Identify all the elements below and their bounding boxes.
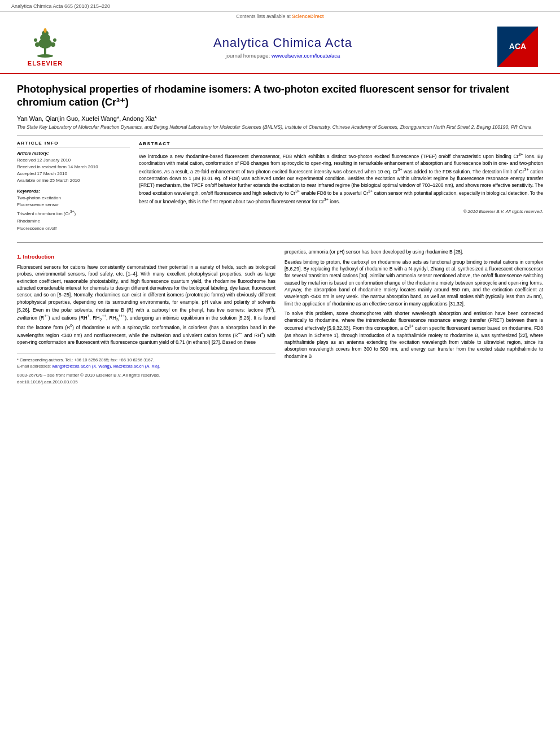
abstract-text: We introduce a new rhodamine-based fluor…: [139, 152, 543, 205]
abstract-column: ABSTRACT We introduce a new rhodamine-ba…: [139, 141, 543, 237]
svg-point-7: [51, 42, 55, 47]
journal-name: Analytica Chimica Acta: [213, 36, 352, 50]
sciencedirect-link[interactable]: ScienceDirect: [292, 14, 323, 19]
divider-1: [17, 136, 543, 136]
sciencedirect-banner: Contents lists available at ScienceDirec…: [0, 12, 560, 21]
body-para-3: Besides binding to proton, the carboxyl …: [285, 259, 543, 307]
history-label: Article history:: [17, 151, 130, 156]
journal-title-center: Analytica Chimica Acta journal homepage:…: [73, 27, 492, 67]
section1-heading: 1. Introduction: [17, 253, 275, 261]
journal-homepage: journal homepage: www.elsevier.com/locat…: [226, 53, 340, 59]
body-para-2: properties, ammonia (or pH) sensor has b…: [285, 248, 543, 255]
keyword-2: Fluorescence sensor: [17, 202, 130, 209]
accepted-date: Accepted 17 March 2010: [17, 171, 130, 177]
received-date: Received 12 January 2010: [17, 157, 130, 164]
article-info-section-label: ARTICLE INFO: [17, 141, 130, 147]
divider-2: [17, 242, 543, 243]
keyword-5: Fluorescence on/off: [17, 225, 130, 233]
aca-logo-box: ACA: [497, 27, 538, 67]
elsevier-tree-icon: [28, 28, 62, 59]
article-title: Photophysical properties of rhodamine is…: [17, 83, 543, 110]
journal-masthead: ELSEVIER Analytica Chimica Acta journal …: [0, 21, 560, 74]
svg-point-8: [34, 38, 37, 42]
keywords-list: Two-photon excitation Fluorescence senso…: [17, 195, 130, 233]
footnote-email: E-mail addresses: wangxf@iccas.ac.cn (X.…: [17, 364, 275, 370]
journal-homepage-link[interactable]: www.elsevier.com/locate/aca: [272, 53, 340, 59]
body-col-right: properties, ammonia (or pH) sensor has b…: [285, 248, 543, 386]
authors-text: Yan Wan, Qianjin Guo, Xuefei Wang*, Ando…: [17, 115, 157, 122]
body-two-col: 1. Introduction Fluorescent sensors for …: [17, 248, 543, 386]
svg-point-1: [37, 54, 53, 58]
elsevier-logo: ELSEVIER: [17, 27, 73, 67]
body-col-left: 1. Introduction Fluorescent sensors for …: [17, 248, 275, 386]
aca-logo-text: ACA: [509, 42, 526, 51]
available-date: Available online 25 March 2010: [17, 177, 130, 184]
elsevier-label: ELSEVIER: [28, 60, 63, 67]
article-info-abstract-section: ARTICLE INFO Article history: Received 1…: [17, 141, 543, 237]
body-para-4: To solve this problem, some chromophores…: [285, 310, 543, 360]
authors: Yan Wan, Qianjin Guo, Xuefei Wang*, Ando…: [17, 115, 543, 122]
copyright-line: © 2010 Elsevier B.V. All rights reserved…: [139, 208, 543, 215]
footer-issn: 0003-2670/$ – see front matter © 2010 El…: [17, 372, 275, 386]
svg-point-9: [53, 38, 56, 42]
keyword-1: Two-photon excitation: [17, 195, 130, 202]
page-wrapper: Analytica Chimica Acta 665 (2010) 215–22…: [0, 0, 560, 397]
svg-point-5: [44, 28, 47, 33]
footer-area: * Corresponding authors. Tel.: +86 10 62…: [17, 353, 275, 386]
article-history-block: Article history: Received 12 January 201…: [17, 151, 130, 184]
journal-logo-right: ACA: [492, 27, 543, 67]
received-revised-date: Received in revised form 14 March 2010: [17, 164, 130, 171]
keyword-4: Rhodamine: [17, 218, 130, 225]
journal-citation: Analytica Chimica Acta 665 (2010) 215–22…: [11, 3, 110, 9]
keywords-label: Keywords:: [17, 189, 130, 194]
article-info-column: ARTICLE INFO Article history: Received 1…: [17, 141, 130, 237]
keywords-block: Keywords: Two-photon excitation Fluoresc…: [17, 189, 130, 233]
affiliation: The State Key Laboratory of Molecular Re…: [17, 124, 543, 131]
footnote-corresponding: * Corresponding authors. Tel.: +86 10 62…: [17, 357, 275, 364]
svg-point-6: [35, 42, 40, 47]
keyword-3: Trivalent chromium ion (Cr3+): [17, 209, 130, 217]
body-para-1: Fluorescent sensors for cations have con…: [17, 264, 275, 346]
article-content: Photophysical properties of rhodamine is…: [0, 74, 560, 397]
abstract-section-label: ABSTRACT: [139, 141, 543, 149]
journal-citation-header: Analytica Chimica Acta 665 (2010) 215–22…: [0, 0, 560, 12]
